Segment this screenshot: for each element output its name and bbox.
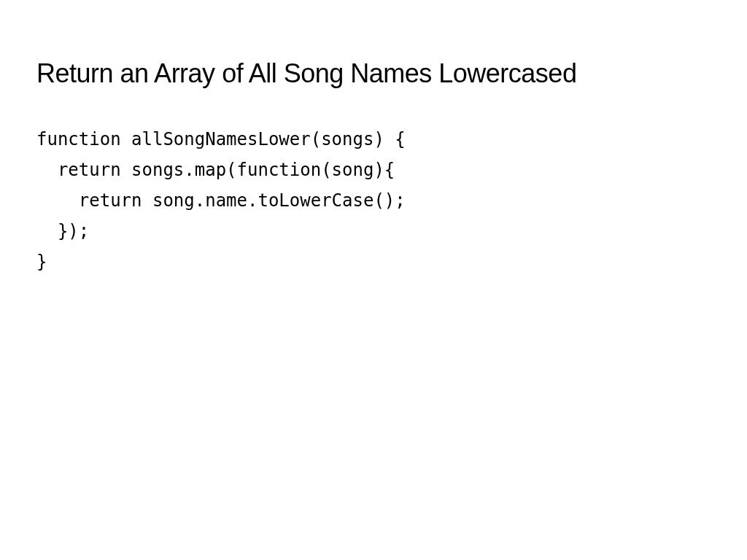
slide-title: Return an Array of All Song Names Lowerc… (36, 58, 711, 89)
code-block: function allSongNamesLower(songs) { retu… (36, 124, 711, 277)
